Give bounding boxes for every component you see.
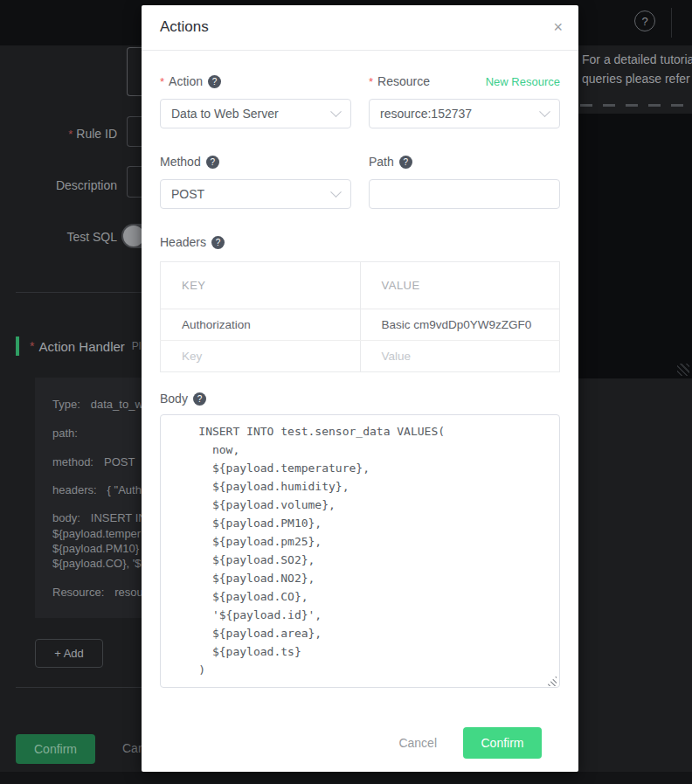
- card-line-headers: headers:{ "Auth: [52, 483, 142, 496]
- value-column-header: VALUE: [360, 262, 560, 309]
- description-label: Description: [0, 178, 117, 192]
- path-label: Path: [369, 155, 394, 169]
- actions-modal: Actions × * Action ? Data to Web Server: [142, 5, 578, 772]
- close-icon[interactable]: ×: [553, 17, 563, 37]
- action-handler-heading: * Action Handler Pl: [16, 336, 142, 357]
- method-select[interactable]: POST: [160, 179, 351, 209]
- card-line-type: Type:data_to_w: [52, 398, 143, 411]
- key-column-header: KEY: [161, 262, 361, 309]
- chevron-down-icon: [539, 106, 550, 117]
- path-input[interactable]: [369, 179, 560, 209]
- card-line-path: path:: [52, 427, 88, 440]
- rule-id-label: *Rule ID: [0, 127, 117, 141]
- required-asterisk: *: [160, 75, 164, 88]
- rule-id-input-edge[interactable]: [127, 116, 142, 147]
- header-value-cell[interactable]: Basic cm9vdDp0YW9zZGF0: [360, 309, 560, 341]
- footer-divider: [16, 687, 142, 688]
- topbar-divider: [671, 8, 672, 38]
- body-label: Body: [160, 392, 188, 406]
- action-select[interactable]: Data to Web Server: [160, 99, 351, 128]
- action-label: Action: [169, 74, 203, 88]
- header-key-cell[interactable]: Authorization: [161, 309, 361, 341]
- headers-label-line: Headers ?: [160, 233, 560, 251]
- green-accent-bar: [16, 336, 19, 356]
- table-row: Authorization Basic cm9vdDp0YW9zZGF0: [161, 309, 560, 341]
- new-resource-link[interactable]: New Resource: [486, 75, 560, 88]
- test-sql-label: Test SQL: [0, 230, 117, 244]
- body-label-line: Body ?: [160, 390, 560, 407]
- path-label-line: Path ?: [369, 153, 560, 170]
- modal-body: * Action ? Data to Web Server * Resource: [142, 51, 578, 759]
- card-line-body-2: ${payload.temper: [52, 527, 141, 540]
- headers-table: KEY VALUE Authorization Basic cm9vdDp0YW…: [160, 261, 560, 372]
- headers-label: Headers: [160, 235, 206, 249]
- screen: ? For a detailed tutorial queries please…: [0, 0, 692, 784]
- action-handler-label: Action Handler: [38, 339, 124, 354]
- tutorial-text: For a detailed tutorial queries please r…: [582, 50, 692, 88]
- resource-group: * Resource New Resource resource:152737: [369, 73, 560, 128]
- resource-label: Resource: [377, 74, 430, 88]
- table-row-placeholder: Key Value: [161, 341, 560, 372]
- resource-select[interactable]: resource:152737: [369, 99, 560, 128]
- card-line-body: body:INSERT IN: [52, 511, 147, 524]
- sql-input-edge[interactable]: [127, 47, 142, 96]
- header-key-placeholder[interactable]: Key: [161, 341, 361, 372]
- question-icon[interactable]: ?: [399, 156, 412, 169]
- modal-footer: Cancel Confirm: [160, 691, 560, 759]
- dashed-separator: [580, 104, 692, 107]
- action-handler-hint: Pl: [132, 340, 142, 352]
- tutorial-line-1: For a detailed tutorial: [582, 50, 692, 69]
- method-group: Method ? POST: [160, 153, 351, 209]
- resource-label-line: * Resource New Resource: [369, 73, 560, 90]
- question-icon[interactable]: ?: [208, 75, 221, 88]
- add-action-button[interactable]: + Add: [35, 639, 103, 668]
- required-asterisk: *: [30, 339, 34, 353]
- modal-title: Actions: [160, 18, 209, 36]
- bottom-strip: [0, 772, 692, 784]
- body-textarea[interactable]: INSERT INTO test.sensor_data VALUES( now…: [160, 414, 560, 688]
- header-value-placeholder[interactable]: Value: [360, 341, 560, 372]
- action-group: * Action ? Data to Web Server: [160, 73, 351, 128]
- body-textarea-wrap: INSERT INTO test.sensor_data VALUES( now…: [160, 414, 560, 691]
- card-line-resource: Resource:resou: [52, 586, 143, 599]
- action-select-value: Data to Web Server: [171, 107, 279, 121]
- method-label-line: Method ?: [160, 153, 351, 170]
- chevron-down-icon: [330, 106, 342, 117]
- cancel-button[interactable]: Cancel: [398, 736, 437, 750]
- question-icon[interactable]: ?: [211, 236, 225, 249]
- question-icon[interactable]: ?: [206, 156, 219, 169]
- description-input-edge[interactable]: [127, 166, 142, 198]
- resource-select-value: resource:152737: [380, 107, 472, 121]
- row-action-resource: * Action ? Data to Web Server * Resource: [160, 73, 560, 128]
- question-icon[interactable]: ?: [193, 392, 206, 406]
- card-line-body-3: ${payload.PM10}: [52, 542, 139, 555]
- confirm-button[interactable]: Confirm: [463, 727, 542, 759]
- section-divider: [16, 292, 142, 293]
- modal-header: Actions ×: [142, 5, 578, 51]
- required-asterisk: *: [369, 75, 373, 88]
- card-line-body-4: ${payload.CO}, '$: [52, 557, 142, 570]
- resize-handle-icon[interactable]: [677, 364, 689, 376]
- required-asterisk: *: [68, 128, 73, 141]
- method-select-value: POST: [171, 187, 204, 201]
- path-group: Path ?: [369, 153, 560, 209]
- card-line-method: method:POST: [52, 455, 135, 468]
- row-method-path: Method ? POST Path ?: [160, 153, 560, 209]
- tutorial-line-2: queries please refer to: [582, 69, 692, 88]
- chevron-down-icon: [330, 186, 342, 198]
- method-label: Method: [160, 155, 201, 169]
- help-icon[interactable]: ?: [634, 10, 655, 31]
- sql-editor-background: [578, 114, 692, 378]
- headers-table-header-row: KEY VALUE: [161, 262, 560, 309]
- page-confirm-button[interactable]: Confirm: [16, 734, 95, 764]
- action-label-line: * Action ?: [160, 73, 351, 90]
